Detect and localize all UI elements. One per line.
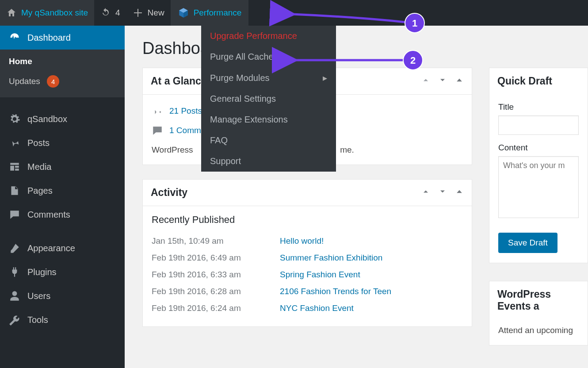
activity-row-link[interactable]: Hello world!: [280, 236, 324, 246]
events-heading: WordPress Events a: [497, 288, 580, 312]
admin-bar-new-label: New: [148, 8, 164, 18]
caret-up-icon: [455, 187, 464, 196]
menu-users-label: Users: [27, 291, 50, 301]
perf-purge-all-caches[interactable]: Purge All Caches: [201, 46, 336, 67]
media-icon: [9, 161, 20, 172]
quick-draft-heading: Quick Draft: [497, 75, 552, 87]
admin-bar-new[interactable]: New: [126, 0, 171, 26]
activity-row-time: Feb 19th 2016, 6:33 am: [152, 270, 262, 280]
glance-card-controls: [421, 76, 464, 87]
submenu-updates-label: Updates: [9, 77, 40, 86]
menu-media[interactable]: Media: [0, 155, 125, 179]
quick-draft-title-label: Title: [498, 102, 579, 112]
admin-side-nav: Dashboard Home Updates 4 qSandboxPostsMe…: [0, 26, 125, 368]
activity-row-link[interactable]: Spring Fashion Event: [280, 270, 360, 280]
activity-row-time: Feb 19th 2016, 6:28 am: [152, 287, 262, 296]
pin-icon: [152, 105, 163, 117]
card-activity: Activity Recently Published Jan 15th, 10…: [142, 179, 472, 327]
plug-icon: [9, 266, 20, 278]
glance-move-down[interactable]: [438, 76, 447, 87]
menu-qsandbox-label: qSandbox: [27, 114, 67, 124]
submenu-updates[interactable]: Updates 4: [0, 71, 125, 92]
home-icon: [6, 8, 17, 18]
activity-row-link[interactable]: Summer Fashion Exhibition: [280, 253, 382, 263]
perf-upgrade[interactable]: Upgrade Performance: [201, 26, 336, 46]
user-icon: [9, 290, 20, 302]
quick-draft-content-textarea[interactable]: [498, 156, 579, 218]
brush-icon: [9, 242, 20, 254]
menu-appearance[interactable]: Appearance: [0, 236, 125, 260]
menu-dashboard-label: Dashboard: [27, 33, 71, 43]
menu-dashboard[interactable]: Dashboard: [0, 26, 125, 50]
quick-draft-title-input[interactable]: [498, 115, 579, 135]
activity-row: Feb 19th 2016, 6:49 amSummer Fashion Exh…: [152, 249, 463, 266]
glance-posts-link[interactable]: 21 Posts: [169, 106, 202, 116]
wrench-icon: [9, 314, 20, 326]
menu-users[interactable]: Users: [0, 284, 125, 308]
activity-move-down[interactable]: [438, 187, 447, 198]
admin-bar-site[interactable]: My qSandbox site: [0, 0, 94, 26]
plus-icon: [133, 8, 143, 18]
menu-pages-label: Pages: [27, 186, 53, 196]
dashboard-submenu: Home Updates 4: [0, 50, 125, 97]
activity-move-up[interactable]: [421, 187, 430, 198]
perf-support[interactable]: Support: [201, 151, 336, 172]
menu-comments[interactable]: Comments: [0, 203, 125, 226]
menu-tools[interactable]: Tools: [0, 308, 125, 332]
card-quick-draft: Quick Draft Title Content Save Draft: [489, 68, 588, 263]
perf-purge-modules-label: Purge Modules: [210, 73, 270, 83]
menu-plugins-label: Plugins: [27, 267, 57, 277]
caret-up-icon: [455, 76, 464, 84]
glance-move-up[interactable]: [421, 76, 430, 87]
quick-draft-content-label: Content: [498, 143, 579, 153]
activity-row: Jan 15th, 10:49 amHello world!: [152, 233, 463, 249]
content-area: Dashboard At a Glance 21 Posts P: [125, 26, 588, 368]
menu-appearance-label: Appearance: [27, 243, 75, 253]
menu-tools-label: Tools: [27, 315, 48, 325]
cube-icon: [178, 7, 189, 19]
save-draft-button[interactable]: Save Draft: [498, 233, 557, 253]
menu-plugins[interactable]: Plugins: [0, 260, 125, 284]
admin-bar-updates[interactable]: 4: [94, 0, 126, 26]
menu-qsandbox[interactable]: qSandbox: [0, 107, 125, 131]
perf-purge-modules[interactable]: Purge Modules ▸: [201, 67, 336, 88]
chevron-up-icon: [421, 187, 430, 196]
menu-pages[interactable]: Pages: [0, 179, 125, 203]
chevron-right-icon: ▸: [323, 73, 327, 83]
perf-faq[interactable]: FAQ: [201, 130, 336, 151]
glance-toggle[interactable]: [455, 76, 464, 87]
admin-bar-site-label: My qSandbox site: [21, 8, 88, 18]
card-wp-events: WordPress Events a Attend an upcoming: [489, 281, 588, 345]
menu-posts[interactable]: Posts: [0, 131, 125, 155]
perf-manage-extensions[interactable]: Manage Extensions: [201, 109, 336, 130]
submenu-home[interactable]: Home: [0, 52, 125, 71]
activity-toggle[interactable]: [455, 187, 464, 198]
activity-heading: Activity: [151, 187, 187, 199]
at-a-glance-heading: At a Glance: [151, 75, 207, 87]
activity-row: Feb 19th 2016, 6:28 am2106 Fashion Trend…: [152, 283, 463, 300]
refresh-icon: [100, 8, 111, 18]
pin-icon: [9, 137, 20, 149]
chevron-down-icon: [438, 187, 447, 196]
activity-row-time: Jan 15th, 10:49 am: [152, 236, 262, 246]
pages-icon: [9, 185, 20, 196]
activity-row-link[interactable]: NYC Fashion Event: [280, 303, 354, 313]
activity-row: Feb 19th 2016, 6:33 amSpring Fashion Eve…: [152, 266, 463, 283]
gear-icon: [9, 113, 20, 125]
comment-icon: [9, 209, 20, 220]
updates-badge: 4: [47, 75, 59, 88]
comment-icon: [152, 125, 163, 136]
perf-general-settings[interactable]: General Settings: [201, 88, 336, 109]
activity-card-controls: [421, 187, 464, 198]
dashboard-icon: [9, 32, 20, 43]
menu-media-label: Media: [27, 162, 51, 172]
admin-bar-performance-label: Performance: [194, 8, 242, 18]
activity-row-link[interactable]: 2106 Fashion Trends for Teen: [280, 287, 391, 296]
admin-bar: My qSandbox site 4 New Performance: [0, 0, 588, 26]
activity-row-time: Feb 19th 2016, 6:24 am: [152, 303, 262, 313]
admin-bar-performance[interactable]: Performance: [171, 0, 249, 26]
activity-row-time: Feb 19th 2016, 6:49 am: [152, 253, 262, 263]
activity-row: Feb 19th 2016, 6:24 amNYC Fashion Event: [152, 300, 463, 317]
chevron-down-icon: [438, 76, 447, 84]
recently-published-heading: Recently Published: [152, 214, 463, 226]
